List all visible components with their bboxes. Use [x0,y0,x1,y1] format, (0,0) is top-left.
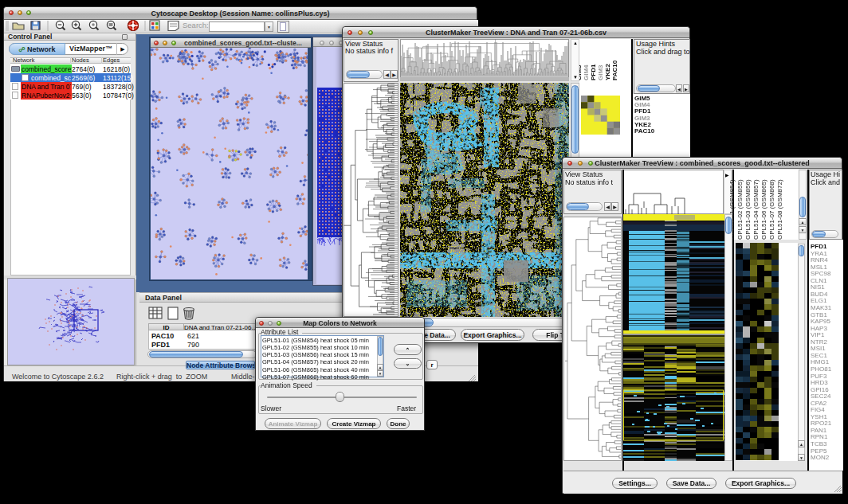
svg-text:Search:: Search: [183,21,209,29]
